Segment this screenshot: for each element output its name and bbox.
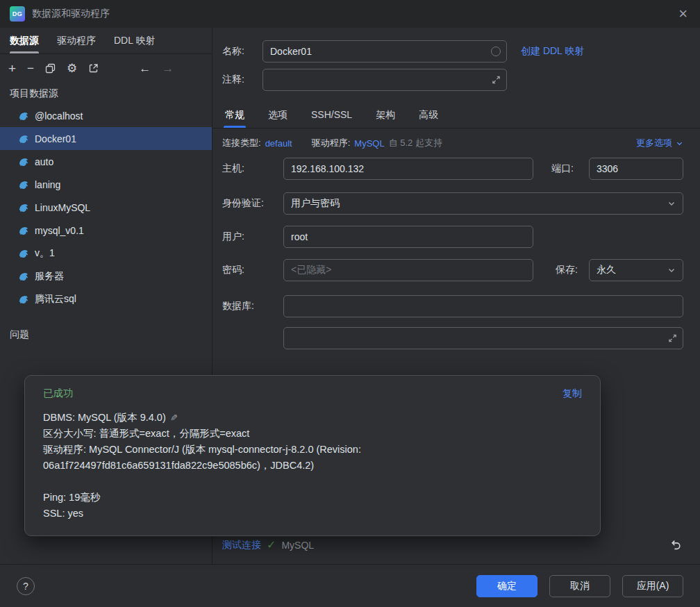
- copy-link[interactable]: 复制: [562, 388, 582, 400]
- driver-value-link[interactable]: MySQL: [354, 138, 384, 149]
- datasource-label: Docker01: [35, 133, 76, 144]
- datasource-toolbar: + − ⚙ ← →: [0, 54, 212, 82]
- name-label: 名称:: [219, 45, 262, 58]
- create-ddl-mapping-link[interactable]: 创建 DDL 映射: [521, 45, 584, 58]
- datasource-item-server[interactable]: 服务器: [0, 265, 212, 288]
- datasource-item-laning[interactable]: laning: [0, 173, 212, 196]
- help-icon[interactable]: ?: [17, 577, 35, 595]
- auth-label: 身份验证:: [219, 197, 283, 210]
- tab-options[interactable]: 选项: [267, 106, 289, 128]
- host-input[interactable]: 192.168.100.132: [283, 158, 533, 180]
- database-input[interactable]: [283, 295, 683, 317]
- datasource-item-auto[interactable]: auto: [0, 150, 212, 173]
- datasource-item-linuxmysql[interactable]: LinuxMySQL: [0, 196, 212, 219]
- database-label: 数据库:: [219, 300, 283, 313]
- tab-schemas[interactable]: 架构: [374, 106, 397, 128]
- datasource-item-mysql-v01[interactable]: mysql_v0.1: [0, 219, 212, 242]
- remove-icon[interactable]: −: [27, 63, 34, 74]
- mysql-dolphin-icon: [18, 202, 29, 213]
- datasource-item-v1[interactable]: v。1: [0, 242, 212, 265]
- password-row: 密码: <已隐藏> 保存: 永久: [219, 259, 683, 281]
- port-label: 端口:: [551, 163, 589, 175]
- window-title: 数据源和驱动程序: [32, 8, 110, 20]
- name-row: 名称: Docker01 创建 DDL 映射: [219, 40, 683, 63]
- database-row: 数据库:: [219, 295, 683, 317]
- expand-icon[interactable]: [668, 334, 677, 343]
- tab-drivers[interactable]: 驱动程序: [57, 28, 96, 53]
- duplicate-icon[interactable]: [45, 63, 56, 74]
- name-value: Docker01: [270, 46, 312, 57]
- test-result-label: MySQL: [281, 540, 314, 551]
- add-icon[interactable]: +: [8, 62, 16, 75]
- name-input[interactable]: Docker01: [262, 40, 507, 63]
- mysql-dolphin-icon: [18, 110, 29, 122]
- tab-ssh-ssl[interactable]: SSH/SSL: [310, 106, 353, 128]
- datasource-item-tencent-sql[interactable]: 腾讯云sql: [0, 288, 212, 310]
- ssl-line: SSL: yes: [43, 506, 582, 522]
- password-placeholder: <已隐藏>: [291, 264, 331, 276]
- datasource-label: LinuxMySQL: [35, 202, 90, 213]
- apply-button[interactable]: 应用(A): [622, 575, 683, 597]
- spinner-icon: [491, 47, 501, 56]
- expandable-input[interactable]: [283, 327, 683, 349]
- datasource-list: @localhost Docker01 auto laning LinuxMyS…: [0, 104, 212, 310]
- datasource-item-docker01[interactable]: Docker01: [0, 127, 212, 150]
- comment-input[interactable]: [262, 69, 507, 91]
- password-label: 密码:: [219, 264, 283, 276]
- edit-icon[interactable]: ✎: [170, 411, 178, 426]
- connection-success-popup: 已成功 复制 DBMS: MySQL (版本 9.4.0)✎ 区分大小写: 普通…: [24, 375, 601, 536]
- datasource-label: 服务器: [35, 270, 64, 283]
- mysql-dolphin-icon: [18, 156, 29, 167]
- datasource-label: mysql_v0.1: [35, 225, 84, 236]
- tab-advanced[interactable]: 高级: [417, 106, 440, 128]
- data-sources-dialog: DG 数据源和驱动程序 × 数据源 驱动程序 DDL 映射 + − ⚙: [0, 0, 700, 607]
- ok-button[interactable]: 确定: [476, 575, 538, 597]
- connection-type-value-link[interactable]: default: [265, 138, 292, 149]
- comment-label: 注释:: [219, 74, 262, 86]
- forward-arrow-icon[interactable]: →: [162, 63, 174, 74]
- success-check-icon: ✓: [267, 538, 276, 551]
- comment-row: 注释:: [219, 69, 683, 91]
- mysql-dolphin-icon: [18, 179, 29, 190]
- more-options-link[interactable]: 更多选项: [636, 137, 683, 149]
- project-datasources-header: 项目数据源: [0, 82, 212, 104]
- user-value: root: [291, 231, 308, 242]
- tab-ddl-mappings[interactable]: DDL 映射: [114, 28, 155, 53]
- case-sensitivity-line: 区分大小写: 普通形式=exact，分隔形式=exact: [43, 426, 582, 442]
- sidebar-tabs: 数据源 驱动程序 DDL 映射: [0, 28, 212, 54]
- blank-line: [43, 474, 582, 490]
- host-label: 主机:: [219, 163, 283, 175]
- user-label: 用户:: [219, 231, 283, 243]
- back-arrow-icon[interactable]: ←: [139, 63, 151, 74]
- problems-section-label[interactable]: 问题: [0, 329, 212, 341]
- dialog-footer: ? 确定 取消 应用(A): [0, 564, 700, 607]
- chevron-down-icon: [667, 266, 676, 274]
- driver-info-line: 驱动程序: MySQL Connector/J (版本 mysql-connec…: [43, 442, 582, 474]
- password-input[interactable]: <已隐藏>: [283, 259, 533, 281]
- datasource-label: auto: [35, 156, 53, 167]
- connection-type-label: 连接类型:: [222, 137, 261, 149]
- datasource-label: v。1: [35, 247, 55, 260]
- expand-icon[interactable]: [492, 76, 501, 85]
- save-select[interactable]: 永久: [589, 259, 683, 281]
- close-icon[interactable]: ×: [676, 6, 690, 22]
- auth-select[interactable]: 用户与密码: [283, 192, 683, 215]
- url-row: [219, 327, 683, 349]
- open-in-new-icon[interactable]: [88, 63, 99, 74]
- dbms-version-line: DBMS: MySQL (版本 9.4.0)✎: [43, 410, 582, 426]
- gear-icon[interactable]: ⚙: [67, 63, 77, 74]
- tab-data-sources[interactable]: 数据源: [10, 28, 39, 53]
- test-connection-link[interactable]: 测试连接: [222, 539, 261, 551]
- connection-type-row: 连接类型: default 驱动程序: MySQL 自 5.2 起支持 更多选项: [219, 128, 683, 158]
- save-value: 永久: [597, 264, 616, 276]
- tab-general[interactable]: 常规: [224, 106, 246, 128]
- driver-label: 驱动程序:: [312, 137, 351, 149]
- datasource-item-localhost[interactable]: @localhost: [0, 104, 212, 127]
- port-input[interactable]: 3306: [589, 158, 683, 180]
- user-input[interactable]: root: [283, 226, 533, 248]
- driver-note: 自 5.2 起支持: [389, 137, 442, 149]
- auth-row: 身份验证: 用户与密码: [219, 192, 683, 215]
- undo-icon[interactable]: [670, 539, 682, 551]
- cancel-button[interactable]: 取消: [549, 575, 610, 597]
- mysql-dolphin-icon: [18, 225, 29, 236]
